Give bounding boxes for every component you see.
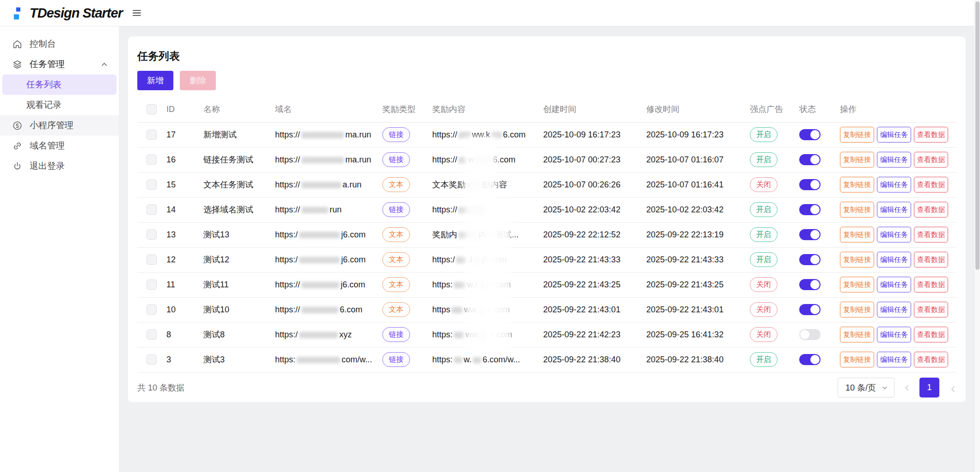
cell-status: [799, 272, 839, 297]
sidebar-item-task-management[interactable]: 任务管理: [0, 54, 119, 75]
status-toggle[interactable]: [799, 179, 821, 190]
edit-task-button[interactable]: 编辑任务: [877, 302, 911, 317]
page-size-select[interactable]: 10 条/页: [838, 378, 894, 397]
edit-task-button[interactable]: 编辑任务: [877, 177, 911, 193]
cell-domain: https:/j6.com: [275, 247, 382, 272]
edit-task-button[interactable]: 编辑任务: [877, 352, 911, 367]
cell-created: 2025-10-07 00:27:23: [543, 147, 646, 172]
select-all-checkbox[interactable]: [147, 104, 157, 114]
sidebar-item-watch-records[interactable]: 观看记录: [0, 95, 119, 115]
edit-task-button[interactable]: 编辑任务: [877, 277, 911, 292]
status-toggle[interactable]: [799, 254, 821, 265]
copy-link-button[interactable]: 复制链接: [840, 352, 874, 367]
ad-status-tag: 开启: [750, 252, 778, 267]
row-checkbox[interactable]: [147, 180, 157, 190]
prev-page-button[interactable]: [902, 383, 912, 392]
row-checkbox[interactable]: [147, 354, 157, 365]
tasks-table: ID名称域名奖励类型奖励内容创建时间修改时间强点广告状态操作 17新增测试htt…: [137, 97, 956, 373]
reward-type-tag: 链接: [382, 352, 410, 367]
view-data-button[interactable]: 查看数据: [914, 327, 948, 342]
sidebar-item-domain-management[interactable]: 域名管理: [0, 136, 119, 156]
row-checkbox[interactable]: [147, 155, 157, 165]
table-row: 11测试11https://j6.com文本https:w.lj6.com202…: [137, 272, 956, 297]
edit-task-button[interactable]: 编辑任务: [877, 252, 911, 267]
row-checkbox[interactable]: [147, 329, 157, 340]
menu-collapse-icon[interactable]: [131, 7, 143, 19]
row-checkbox[interactable]: [147, 230, 157, 240]
status-toggle[interactable]: [799, 129, 821, 140]
status-toggle[interactable]: [799, 229, 821, 240]
sidebar-item-task-list[interactable]: 任务列表: [2, 75, 116, 95]
row-checkbox[interactable]: [147, 130, 157, 140]
edit-task-button[interactable]: 编辑任务: [877, 227, 911, 242]
cell-created: 2025-09-22 21:38:40: [543, 347, 646, 372]
sidebar-item-logout[interactable]: 退出登录: [0, 156, 119, 176]
row-checkbox[interactable]: [147, 304, 157, 315]
chevron-down-icon: [881, 384, 888, 391]
view-data-button[interactable]: 查看数据: [914, 252, 948, 267]
cell-actions: 复制链接编辑任务查看数据: [839, 172, 956, 197]
cell-modified: 2025-09-25 16:41:32: [646, 322, 749, 347]
cell-reward-content: https://ww.k6.com: [432, 122, 543, 147]
current-page-button[interactable]: 1: [919, 378, 939, 397]
copy-link-button[interactable]: 复制链接: [840, 152, 874, 168]
header-select-cell: [137, 97, 166, 122]
cell-status: [799, 197, 839, 222]
view-data-button[interactable]: 查看数据: [914, 177, 948, 193]
copy-link-button[interactable]: 复制链接: [840, 302, 874, 317]
row-checkbox[interactable]: [147, 205, 157, 215]
row-checkbox[interactable]: [147, 279, 157, 290]
cell-modified: 2025-09-22 21:43:25: [646, 272, 749, 297]
status-toggle[interactable]: [799, 329, 821, 340]
copy-link-button[interactable]: 复制链接: [840, 202, 874, 217]
status-toggle[interactable]: [799, 279, 821, 290]
status-toggle[interactable]: [799, 204, 821, 215]
view-data-button[interactable]: 查看数据: [914, 227, 948, 242]
view-data-button[interactable]: 查看数据: [914, 352, 948, 367]
content-card: 任务列表 新增 删除 ID名称域名奖励类型奖励内容创建时间修改时间强点广告状态操…: [128, 37, 966, 402]
view-data-button[interactable]: 查看数据: [914, 127, 948, 143]
cell-domain: https:/xyz: [275, 322, 382, 347]
sidebar-item-label: 控制台: [30, 38, 56, 50]
view-data-button[interactable]: 查看数据: [914, 152, 948, 168]
cell-ad-status: 开启: [749, 347, 799, 372]
copy-link-button[interactable]: 复制链接: [840, 277, 874, 292]
cell-name: 测试8: [203, 322, 275, 347]
status-toggle[interactable]: [799, 304, 821, 315]
view-data-button[interactable]: 查看数据: [914, 277, 948, 292]
cell-modified: 2025-10-07 01:16:07: [646, 147, 749, 172]
copy-link-button[interactable]: 复制链接: [840, 127, 874, 143]
next-page-button[interactable]: [947, 383, 956, 392]
cell-created: 2025-10-07 00:26:26: [543, 172, 646, 197]
status-toggle[interactable]: [799, 154, 821, 165]
edit-task-button[interactable]: 编辑任务: [877, 202, 911, 217]
page-scrollbar[interactable]: [974, 0, 980, 472]
edit-task-button[interactable]: 编辑任务: [877, 327, 911, 342]
row-checkbox[interactable]: [147, 255, 157, 265]
copy-link-button[interactable]: 复制链接: [840, 177, 874, 193]
add-button[interactable]: 新增: [137, 71, 173, 90]
sidebar-item-label: 观看记录: [26, 99, 61, 111]
copy-link-button[interactable]: 复制链接: [840, 327, 874, 342]
redacted-text: [473, 257, 481, 263]
status-toggle[interactable]: [799, 354, 821, 365]
delete-button[interactable]: 删除: [180, 71, 216, 90]
view-data-button[interactable]: 查看数据: [914, 202, 948, 217]
cell-reward-type: 链接: [382, 197, 432, 222]
cell-reward-type: 链接: [382, 347, 432, 372]
cell-actions: 复制链接编辑任务查看数据: [839, 122, 956, 147]
cell-actions: 复制链接编辑任务查看数据: [839, 297, 956, 322]
cell-status: [799, 297, 839, 322]
sidebar-item-console[interactable]: 控制台: [0, 34, 119, 54]
scrollbar-thumb[interactable]: [975, 1, 980, 270]
main-content: 任务列表 新增 删除 ID名称域名奖励类型奖励内容创建时间修改时间强点广告状态操…: [119, 26, 980, 472]
edit-task-button[interactable]: 编辑任务: [877, 152, 911, 168]
sidebar-item-miniprogram[interactable]: 小程序管理: [0, 115, 119, 136]
cell-reward-content: 文本奖励励内容: [432, 172, 543, 197]
view-data-button[interactable]: 查看数据: [914, 302, 948, 317]
cell-id: 3: [166, 347, 203, 372]
sidebar-item-label: 退出登录: [30, 160, 65, 172]
copy-link-button[interactable]: 复制链接: [840, 252, 874, 267]
edit-task-button[interactable]: 编辑任务: [877, 127, 911, 143]
copy-link-button[interactable]: 复制链接: [840, 227, 874, 242]
